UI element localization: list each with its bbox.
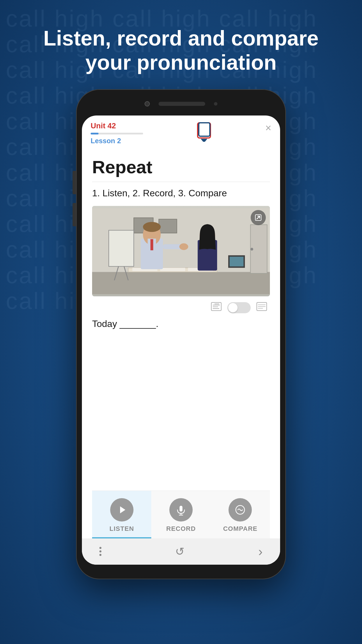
listen-icon-circle [110, 498, 133, 522]
tab-listen[interactable]: LISTEN [92, 491, 151, 538]
svg-rect-24 [230, 257, 244, 266]
tab-compare[interactable]: COMPARE [211, 491, 270, 538]
volume-button-1 [73, 171, 76, 194]
text-view-icon[interactable] [256, 302, 267, 313]
sensor-dot [214, 102, 217, 106]
svg-rect-7 [109, 230, 134, 266]
tab-compare-label: COMPARE [223, 525, 257, 533]
record-icon-circle [169, 498, 193, 522]
close-button[interactable]: × [265, 121, 271, 133]
phone-frame: Unit 42 Lesson 2 × Repeat 1. Listen, 2. … [76, 89, 286, 579]
app-logo [195, 121, 213, 143]
instruction-text: 1. Listen, 2. Record, 3. Compare [92, 188, 270, 199]
tab-record[interactable]: RECORD [151, 491, 210, 538]
scene-svg [92, 206, 270, 296]
bottom-tabs: LISTEN RECORD [92, 491, 270, 538]
app-header: Unit 42 Lesson 2 × [82, 116, 280, 149]
video-scene [92, 206, 270, 296]
divider [92, 182, 270, 182]
svg-rect-38 [180, 506, 182, 512]
captions-icon[interactable] [211, 302, 222, 313]
svg-point-20 [179, 243, 188, 250]
unit-label: Unit 42 [91, 121, 143, 130]
svg-rect-6 [159, 219, 177, 233]
hero-title: Listen, record and compareyour pronuncia… [26, 26, 336, 75]
forward-button[interactable]: › [258, 544, 263, 559]
earpiece-speaker [159, 102, 205, 106]
progress-fill [91, 133, 99, 134]
svg-rect-18 [150, 239, 153, 250]
dot-2 [99, 550, 101, 552]
svg-point-16 [143, 222, 161, 232]
compare-icon-circle [229, 498, 252, 522]
refresh-button[interactable]: ↺ [175, 545, 184, 558]
video-container[interactable] [92, 206, 270, 296]
app-content: Repeat 1. Listen, 2. Record, 3. Compare [82, 149, 280, 538]
svg-rect-4 [92, 272, 270, 294]
svg-rect-1 [199, 123, 210, 136]
lesson-title: Repeat [92, 157, 270, 177]
expand-button[interactable] [251, 210, 266, 225]
header-unit-info: Unit 42 Lesson 2 [91, 121, 143, 145]
tab-record-label: RECORD [166, 525, 196, 533]
nav-bar: ↺ › [82, 538, 280, 565]
svg-point-26 [250, 248, 253, 251]
phone-screen: Unit 42 Lesson 2 × Repeat 1. Listen, 2. … [82, 116, 280, 565]
lesson-label: Lesson 2 [91, 137, 143, 145]
toggle-knob [228, 303, 238, 312]
svg-marker-37 [120, 506, 125, 513]
dot-3 [99, 554, 101, 556]
progress-bar [91, 133, 143, 134]
phone-notch [82, 95, 280, 113]
today-text: Today _______. [92, 318, 270, 329]
dot-1 [99, 547, 101, 549]
svg-rect-12 [160, 268, 185, 271]
more-options-button[interactable] [99, 547, 101, 556]
volume-button-2 [73, 203, 76, 226]
toggle-switch[interactable] [227, 302, 251, 313]
controls-row [92, 302, 270, 313]
tab-listen-label: LISTEN [110, 525, 134, 533]
front-camera [145, 101, 150, 106]
